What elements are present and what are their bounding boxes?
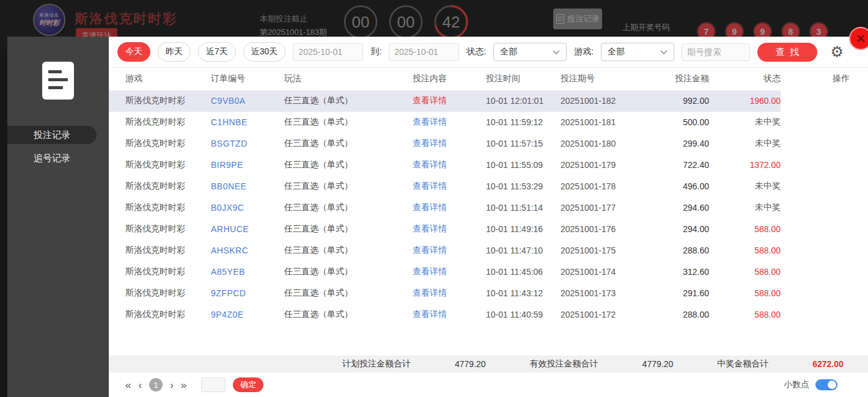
view-details-link[interactable]: 查看详情 [413,95,447,105]
date-from-input[interactable] [293,43,363,61]
document-icon [42,61,75,100]
cell-amount: 291.60 [642,283,709,304]
next-page-icon[interactable]: › [170,380,174,390]
cell-status: 588.00 [709,283,781,304]
cell-amount: 500.00 [642,112,709,133]
view-details-link[interactable]: 查看详情 [413,117,447,126]
cell-amount: 722.40 [642,155,709,176]
cell-game: 斯洛伐克时时彩 [109,197,211,219]
cell-status: 588.00 [709,304,781,326]
confirm-page-button[interactable]: 确定 [233,377,263,392]
cell-play-type: 任三直选（单式） [284,133,413,155]
view-details-link[interactable]: 查看详情 [413,138,447,148]
plan-total-value: 4779.20 [455,359,486,369]
modal-content: 今天 昨天 近7天 近30天 到: 状态: 全部 游戏: 全部 查找 [109,37,868,397]
table-row[interactable]: 斯洛伐克时时彩 C9VB0A 任三直选（单式） 查看详情 10-01 12:01… [109,90,868,112]
date-to-input[interactable] [389,43,459,61]
cell-game: 斯洛伐克时时彩 [109,90,211,112]
prev-page-icon[interactable]: ‹ [138,380,142,390]
cell-bet-time: 10-01 11:49:16 [486,219,561,240]
quick-range-pill[interactable]: 今天 [117,42,150,62]
col-period: 投注期号 [561,68,642,90]
view-details-link[interactable]: 查看详情 [413,202,447,212]
cell-period: 20251001-174 [561,261,642,283]
cell-play-type: 任三直选（单式） [284,155,413,176]
cell-amount: 294.00 [642,219,709,240]
pagination-bar: « ‹ 1 › » 确定 小数点 [109,373,868,397]
col-order-no: 订单编号 [211,68,284,90]
chevron-down-icon [553,50,560,54]
view-details-link[interactable]: 查看详情 [413,181,447,191]
gear-icon[interactable]: ⚙ [830,45,844,59]
view-details-link[interactable]: 查看详情 [413,224,447,233]
view-details-link[interactable]: 查看详情 [413,266,447,276]
col-amount: 投注金额 [642,68,709,90]
page-number-input[interactable] [201,377,226,392]
table-row[interactable]: 斯洛伐克时时彩 9ZFPCD 任三直选（单式） 查看详情 10-01 11:43… [109,283,868,304]
view-details-link[interactable]: 查看详情 [413,245,447,255]
cell-order-no: 9P4Z0E [211,304,284,326]
sidebar-item-chase-records[interactable]: 追号记录 [7,149,97,167]
last-page-icon[interactable]: » [181,380,186,390]
table-row[interactable]: 斯洛伐克时时彩 AHSKRC 任三直选（单式） 查看详情 10-01 11:47… [109,240,868,261]
view-details-link[interactable]: 查看详情 [413,309,447,319]
cell-period: 20251001-180 [561,133,642,155]
cell-period: 20251001-175 [561,240,642,261]
table-row[interactable]: 斯洛伐克时时彩 ARHUCE 任三直选（单式） 查看详情 10-01 11:49… [109,219,868,240]
cell-bet-content: 查看详情 [413,240,486,261]
records-icon-wrap [7,61,109,100]
table-row[interactable]: 斯洛伐克时时彩 9P4Z0E 任三直选（单式） 查看详情 10-01 11:40… [109,304,868,326]
cell-play-type: 任三直选（单式） [284,304,413,326]
cell-period: 20251001-173 [561,283,642,304]
current-page-badge[interactable]: 1 [149,378,163,392]
cell-operation [781,112,868,133]
table-row[interactable]: 斯洛伐克时时彩 C1HNBE 任三直选（单式） 查看详情 10-01 11:59… [109,112,868,133]
records-table: 游戏 订单编号 玩法 投注内容 投注时间 投注期号 投注金额 状态 操作 斯洛伐… [109,67,868,326]
cell-play-type: 任三直选（单式） [284,197,413,219]
cell-bet-content: 查看详情 [413,176,486,197]
modal-sidebar: 投注记录 追号记录 [7,37,109,397]
cell-amount: 496.00 [642,176,709,197]
table-row[interactable]: 斯洛伐克时时彩 B0JX9C 任三直选（单式） 查看详情 10-01 11:51… [109,197,868,219]
cell-operation [781,283,868,304]
cell-play-type: 任三直选（单式） [284,176,413,197]
game-select[interactable]: 全部 [601,43,674,61]
status-filter-label: 状态: [466,46,486,57]
table-row[interactable]: 斯洛伐克时时彩 BB0NEE 任三直选（单式） 查看详情 10-01 11:53… [109,176,868,197]
decimal-toggle-group: 小数点 [784,379,837,390]
cell-bet-time: 10-01 11:40:59 [486,304,561,326]
search-button[interactable]: 查找 [757,43,817,62]
view-details-link[interactable]: 查看详情 [413,159,447,169]
cell-order-no: ARHUCE [211,219,284,240]
cell-bet-content: 查看详情 [413,261,486,283]
table-header-row: 游戏 订单编号 玩法 投注内容 投注时间 投注期号 投注金额 状态 操作 [109,68,868,90]
cell-bet-content: 查看详情 [413,133,486,155]
cell-status: 588.00 [709,240,781,261]
cell-bet-time: 10-01 11:47:10 [486,240,561,261]
cell-period: 20251001-181 [561,112,642,133]
col-bet-content: 投注内容 [413,68,486,90]
sidebar-item-bet-records[interactable]: 投注记录 [7,126,97,144]
quick-range-pill[interactable]: 近7天 [198,42,236,62]
view-details-link[interactable]: 查看详情 [413,288,447,297]
status-select[interactable]: 全部 [493,43,567,61]
bet-records-modal: 投注记录 追号记录 今天 昨天 近7天 近30天 到: 状态: 全部 游戏: 全… [7,37,868,397]
cell-bet-content: 查看详情 [413,283,486,304]
close-button[interactable]: × [849,27,868,50]
quick-range-pill[interactable]: 昨天 [158,42,191,62]
decimal-toggle[interactable] [815,379,837,390]
cell-amount: 288.60 [642,240,709,261]
cell-order-no: 9ZFPCD [211,283,284,304]
col-operation: 操作 [781,68,868,90]
period-search-input[interactable] [682,43,750,61]
cell-game: 斯洛伐克时时彩 [109,283,211,304]
cell-operation [781,240,868,261]
table-row[interactable]: 斯洛伐克时时彩 A85YEB 任三直选（单式） 查看详情 10-01 11:45… [109,261,868,283]
cell-bet-content: 查看详情 [413,304,486,326]
quick-range-pill[interactable]: 近30天 [243,42,286,62]
cell-period: 20251001-177 [561,197,642,219]
cell-game: 斯洛伐克时时彩 [109,304,211,326]
first-page-icon[interactable]: « [125,380,131,390]
table-row[interactable]: 斯洛伐克时时彩 BSGTZD 任三直选（单式） 查看详情 10-01 11:57… [109,133,868,155]
table-row[interactable]: 斯洛伐克时时彩 BIR9PE 任三直选（单式） 查看详情 10-01 11:55… [109,155,868,176]
